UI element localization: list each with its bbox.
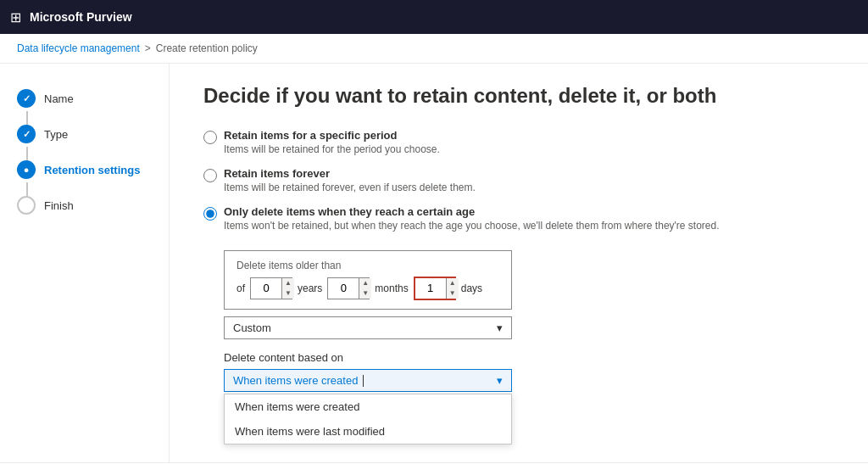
content-area: Decide if you want to retain content, de…	[170, 64, 868, 462]
years-spinner[interactable]: ▲ ▼	[250, 277, 292, 299]
check-icon-2	[23, 129, 31, 140]
radio-retain-forever-input[interactable]	[203, 169, 217, 182]
dropdown-popup: When items were created When items were …	[224, 394, 512, 444]
check-icon	[23, 93, 31, 104]
years-up-arrow[interactable]: ▲	[282, 278, 294, 288]
delete-row: of ▲ ▼ years ▲ ▼	[236, 277, 499, 300]
radio-retain-specific-title: Retain items for a specific period	[224, 129, 440, 142]
radio-retain-specific-input[interactable]	[203, 131, 217, 144]
years-input[interactable]	[251, 279, 281, 297]
sidebar: Name Type ● Retention settings Finish	[0, 64, 170, 462]
months-up-arrow[interactable]: ▲	[359, 278, 371, 288]
radio-retain-specific[interactable]: Retain items for a specific period Items…	[203, 129, 834, 155]
step-type: Type	[17, 125, 152, 143]
days-down-arrow[interactable]: ▼	[447, 288, 459, 299]
delete-content-label: Delete content based on	[224, 351, 834, 364]
radio-only-delete-input[interactable]	[203, 207, 217, 221]
step-retention-circle: ●	[17, 160, 36, 179]
days-up-arrow[interactable]: ▲	[447, 278, 459, 288]
topbar: ⊞ Microsoft Purview	[0, 0, 868, 34]
years-label: years	[298, 282, 322, 294]
step-retention-label: Retention settings	[44, 164, 140, 176]
step-type-label: Type	[44, 128, 68, 141]
radio-only-delete[interactable]: Only delete items when they reach a cert…	[203, 205, 834, 232]
radio-retain-forever-title: Retain items forever	[224, 167, 476, 180]
text-cursor	[363, 375, 364, 387]
delete-items-box: Delete items older than of ▲ ▼ years ▲	[224, 250, 512, 310]
selected-value-text: When items were created	[233, 374, 358, 387]
custom-dropdown-value: Custom	[233, 321, 271, 334]
app-title: Microsoft Purview	[30, 10, 132, 24]
step-finish-label: Finish	[44, 199, 74, 212]
step-finish: Finish	[17, 196, 152, 215]
grid-icon: ⊞	[10, 9, 21, 25]
radio-only-delete-desc: Items won't be retained, but when they r…	[224, 220, 720, 232]
breadcrumb-separator: >	[145, 42, 151, 54]
dropdown-item-modified[interactable]: When items were last modified	[225, 419, 511, 444]
delete-content-section: Delete content based on When items were …	[224, 351, 834, 393]
step-name-label: Name	[44, 92, 74, 105]
radio-only-delete-title: Only delete items when they reach a cert…	[224, 205, 720, 218]
step-finish-circle	[17, 196, 36, 215]
step-type-circle	[17, 125, 36, 143]
of-label: of	[236, 282, 245, 294]
months-spinner[interactable]: ▲ ▼	[327, 277, 370, 299]
step-name-circle	[17, 89, 36, 108]
days-label: days	[461, 282, 482, 294]
months-label: months	[375, 282, 408, 294]
page-title: Decide if you want to retain content, de…	[203, 84, 834, 109]
breadcrumb-parent[interactable]: Data lifecycle management	[17, 42, 140, 54]
breadcrumb-current: Create retention policy	[156, 42, 258, 54]
chevron-down-icon: ▾	[497, 321, 503, 334]
dropdown-item-created[interactable]: When items were created	[225, 394, 511, 419]
radio-retain-forever-desc: Items will be retained forever, even if …	[224, 182, 476, 193]
months-down-arrow[interactable]: ▼	[359, 288, 371, 299]
delete-content-dropdown[interactable]: When items were created ▾	[224, 369, 512, 393]
delete-content-selected: When items were created	[233, 374, 364, 388]
radio-retain-specific-desc: Items will be retained for the period yo…	[224, 143, 440, 155]
breadcrumb: Data lifecycle management > Create reten…	[0, 34, 868, 64]
days-input[interactable]	[415, 279, 446, 297]
step-name: Name	[17, 89, 152, 108]
radio-retain-forever[interactable]: Retain items forever Items will be retai…	[203, 167, 834, 193]
dropdown-chevron-icon: ▾	[497, 374, 503, 387]
days-spinner[interactable]: ▲ ▼	[414, 277, 456, 300]
step-retention: ● Retention settings	[17, 160, 152, 179]
custom-dropdown[interactable]: Custom ▾	[224, 316, 512, 339]
delete-items-label: Delete items older than	[236, 260, 499, 271]
years-down-arrow[interactable]: ▼	[282, 288, 294, 299]
months-input[interactable]	[328, 279, 359, 297]
main-layout: Name Type ● Retention settings Finish De…	[0, 64, 868, 462]
select-container: When items were created ▾ When items wer…	[224, 369, 834, 393]
